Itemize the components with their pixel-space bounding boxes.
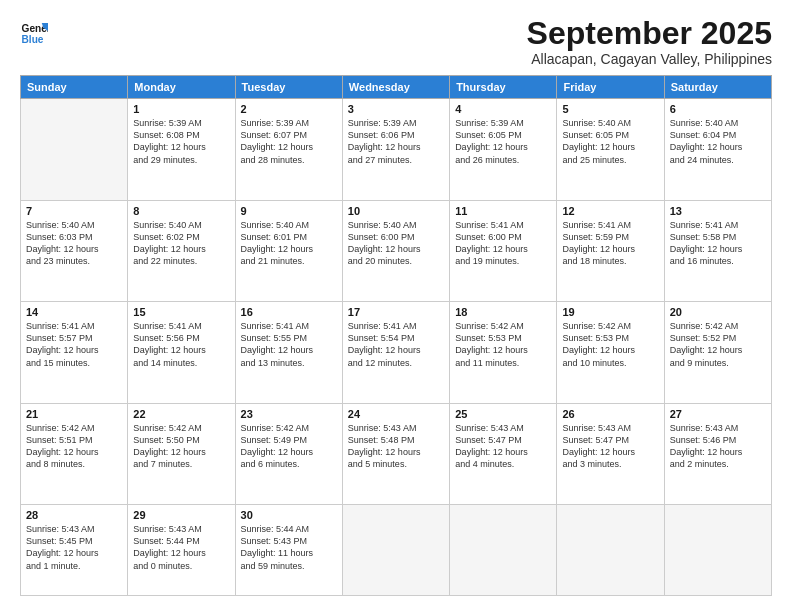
day-info: Sunrise: 5:40 AMSunset: 6:02 PMDaylight:… [133, 219, 229, 268]
day-number: 19 [562, 306, 658, 318]
day-info: Sunrise: 5:41 AMSunset: 5:54 PMDaylight:… [348, 320, 444, 369]
day-number: 28 [26, 509, 122, 521]
day-number: 16 [241, 306, 337, 318]
day-info: Sunrise: 5:42 AMSunset: 5:53 PMDaylight:… [455, 320, 551, 369]
day-number: 11 [455, 205, 551, 217]
day-info: Sunrise: 5:44 AMSunset: 5:43 PMDaylight:… [241, 523, 337, 572]
day-info: Sunrise: 5:43 AMSunset: 5:45 PMDaylight:… [26, 523, 122, 572]
table-row: 5Sunrise: 5:40 AMSunset: 6:05 PMDaylight… [557, 99, 664, 201]
day-number: 18 [455, 306, 551, 318]
month-title: September 2025 [527, 16, 772, 51]
table-row: 7Sunrise: 5:40 AMSunset: 6:03 PMDaylight… [21, 200, 128, 302]
day-info: Sunrise: 5:40 AMSunset: 6:01 PMDaylight:… [241, 219, 337, 268]
table-row: 3Sunrise: 5:39 AMSunset: 6:06 PMDaylight… [342, 99, 449, 201]
day-number: 27 [670, 408, 766, 420]
table-row: 22Sunrise: 5:42 AMSunset: 5:50 PMDayligh… [128, 403, 235, 505]
day-number: 17 [348, 306, 444, 318]
table-row: 25Sunrise: 5:43 AMSunset: 5:47 PMDayligh… [450, 403, 557, 505]
day-info: Sunrise: 5:43 AMSunset: 5:46 PMDaylight:… [670, 422, 766, 471]
day-info: Sunrise: 5:40 AMSunset: 6:03 PMDaylight:… [26, 219, 122, 268]
table-row: 26Sunrise: 5:43 AMSunset: 5:47 PMDayligh… [557, 403, 664, 505]
table-row: 29Sunrise: 5:43 AMSunset: 5:44 PMDayligh… [128, 505, 235, 596]
day-number: 10 [348, 205, 444, 217]
calendar-table: Sunday Monday Tuesday Wednesday Thursday… [20, 75, 772, 596]
table-row: 30Sunrise: 5:44 AMSunset: 5:43 PMDayligh… [235, 505, 342, 596]
table-row: 9Sunrise: 5:40 AMSunset: 6:01 PMDaylight… [235, 200, 342, 302]
table-row [557, 505, 664, 596]
day-number: 15 [133, 306, 229, 318]
day-number: 1 [133, 103, 229, 115]
day-number: 5 [562, 103, 658, 115]
table-row: 15Sunrise: 5:41 AMSunset: 5:56 PMDayligh… [128, 302, 235, 404]
day-info: Sunrise: 5:41 AMSunset: 5:57 PMDaylight:… [26, 320, 122, 369]
day-number: 6 [670, 103, 766, 115]
table-row: 28Sunrise: 5:43 AMSunset: 5:45 PMDayligh… [21, 505, 128, 596]
day-info: Sunrise: 5:41 AMSunset: 5:56 PMDaylight:… [133, 320, 229, 369]
day-number: 21 [26, 408, 122, 420]
table-row: 19Sunrise: 5:42 AMSunset: 5:53 PMDayligh… [557, 302, 664, 404]
day-info: Sunrise: 5:39 AMSunset: 6:06 PMDaylight:… [348, 117, 444, 166]
day-info: Sunrise: 5:41 AMSunset: 5:58 PMDaylight:… [670, 219, 766, 268]
day-info: Sunrise: 5:39 AMSunset: 6:05 PMDaylight:… [455, 117, 551, 166]
table-row: 4Sunrise: 5:39 AMSunset: 6:05 PMDaylight… [450, 99, 557, 201]
day-number: 2 [241, 103, 337, 115]
day-info: Sunrise: 5:41 AMSunset: 5:59 PMDaylight:… [562, 219, 658, 268]
table-row: 27Sunrise: 5:43 AMSunset: 5:46 PMDayligh… [664, 403, 771, 505]
day-info: Sunrise: 5:42 AMSunset: 5:49 PMDaylight:… [241, 422, 337, 471]
table-row: 24Sunrise: 5:43 AMSunset: 5:48 PMDayligh… [342, 403, 449, 505]
col-sunday: Sunday [21, 76, 128, 99]
table-row: 13Sunrise: 5:41 AMSunset: 5:58 PMDayligh… [664, 200, 771, 302]
table-row: 21Sunrise: 5:42 AMSunset: 5:51 PMDayligh… [21, 403, 128, 505]
logo-icon: General Blue [20, 20, 48, 48]
table-row: 18Sunrise: 5:42 AMSunset: 5:53 PMDayligh… [450, 302, 557, 404]
day-info: Sunrise: 5:42 AMSunset: 5:51 PMDaylight:… [26, 422, 122, 471]
day-number: 23 [241, 408, 337, 420]
title-block: September 2025 Allacapan, Cagayan Valley… [527, 16, 772, 67]
svg-text:Blue: Blue [22, 34, 44, 45]
header: General Blue September 2025 Allacapan, C… [20, 16, 772, 67]
table-row: 23Sunrise: 5:42 AMSunset: 5:49 PMDayligh… [235, 403, 342, 505]
table-row: 8Sunrise: 5:40 AMSunset: 6:02 PMDaylight… [128, 200, 235, 302]
day-number: 7 [26, 205, 122, 217]
day-number: 8 [133, 205, 229, 217]
day-info: Sunrise: 5:40 AMSunset: 6:04 PMDaylight:… [670, 117, 766, 166]
table-row: 1Sunrise: 5:39 AMSunset: 6:08 PMDaylight… [128, 99, 235, 201]
col-monday: Monday [128, 76, 235, 99]
table-row [21, 99, 128, 201]
page: General Blue September 2025 Allacapan, C… [0, 0, 792, 612]
day-info: Sunrise: 5:41 AMSunset: 6:00 PMDaylight:… [455, 219, 551, 268]
day-info: Sunrise: 5:43 AMSunset: 5:48 PMDaylight:… [348, 422, 444, 471]
day-info: Sunrise: 5:40 AMSunset: 6:05 PMDaylight:… [562, 117, 658, 166]
day-number: 24 [348, 408, 444, 420]
table-row [342, 505, 449, 596]
day-number: 30 [241, 509, 337, 521]
day-number: 9 [241, 205, 337, 217]
day-info: Sunrise: 5:43 AMSunset: 5:47 PMDaylight:… [562, 422, 658, 471]
day-info: Sunrise: 5:42 AMSunset: 5:52 PMDaylight:… [670, 320, 766, 369]
table-row [664, 505, 771, 596]
day-number: 29 [133, 509, 229, 521]
day-number: 14 [26, 306, 122, 318]
day-number: 20 [670, 306, 766, 318]
day-info: Sunrise: 5:43 AMSunset: 5:44 PMDaylight:… [133, 523, 229, 572]
day-number: 3 [348, 103, 444, 115]
col-tuesday: Tuesday [235, 76, 342, 99]
col-wednesday: Wednesday [342, 76, 449, 99]
table-row: 11Sunrise: 5:41 AMSunset: 6:00 PMDayligh… [450, 200, 557, 302]
day-number: 4 [455, 103, 551, 115]
table-row: 6Sunrise: 5:40 AMSunset: 6:04 PMDaylight… [664, 99, 771, 201]
day-number: 25 [455, 408, 551, 420]
col-thursday: Thursday [450, 76, 557, 99]
day-number: 12 [562, 205, 658, 217]
day-info: Sunrise: 5:43 AMSunset: 5:47 PMDaylight:… [455, 422, 551, 471]
day-info: Sunrise: 5:39 AMSunset: 6:08 PMDaylight:… [133, 117, 229, 166]
day-info: Sunrise: 5:41 AMSunset: 5:55 PMDaylight:… [241, 320, 337, 369]
table-row: 12Sunrise: 5:41 AMSunset: 5:59 PMDayligh… [557, 200, 664, 302]
table-row: 20Sunrise: 5:42 AMSunset: 5:52 PMDayligh… [664, 302, 771, 404]
table-row: 17Sunrise: 5:41 AMSunset: 5:54 PMDayligh… [342, 302, 449, 404]
table-row [450, 505, 557, 596]
table-row: 14Sunrise: 5:41 AMSunset: 5:57 PMDayligh… [21, 302, 128, 404]
logo: General Blue [20, 20, 48, 48]
day-number: 26 [562, 408, 658, 420]
subtitle: Allacapan, Cagayan Valley, Philippines [527, 51, 772, 67]
